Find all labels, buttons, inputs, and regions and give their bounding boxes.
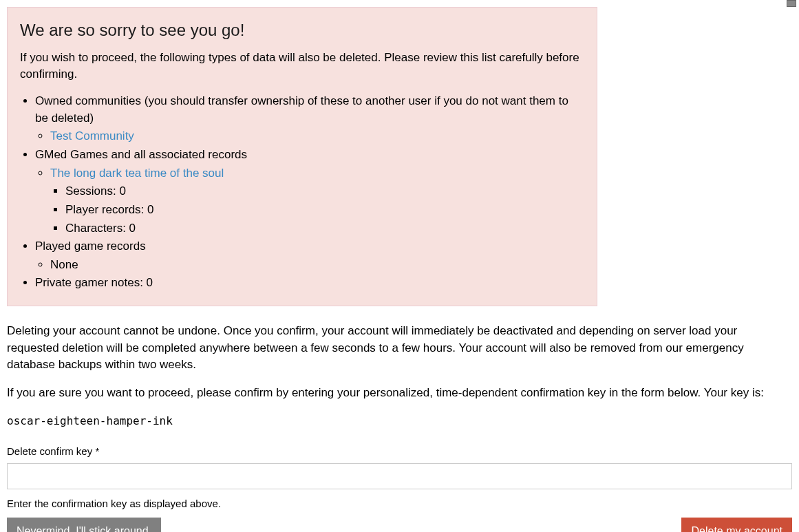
played-games-label: Played game records: [35, 240, 146, 253]
owned-communities-label: Owned communities (you should transfer o…: [35, 94, 568, 125]
deletion-list: Owned communities (you should transfer o…: [20, 93, 584, 292]
action-button-row: Nevermind, I'll stick around. Delete my …: [7, 518, 792, 532]
owned-communities-item: Owned communities (you should transfer o…: [35, 93, 584, 145]
confirm-key-label: Delete confirm key *: [7, 444, 792, 459]
warning-heading: We are so sorry to see you go!: [20, 19, 584, 43]
game-list-item: The long dark tea time of the soul Sessi…: [50, 165, 584, 237]
warning-intro: If you wish to proceed, the following ty…: [20, 50, 584, 83]
played-games-item: Played game records None: [35, 238, 584, 273]
deletion-warning-panel: We are so sorry to see you go! If you wi…: [7, 7, 597, 306]
played-none: None: [50, 257, 584, 274]
player-records-count: Player records: 0: [65, 202, 584, 219]
characters-count: Characters: 0: [65, 220, 584, 237]
gmed-games-item: GMed Games and all associated records Th…: [35, 147, 584, 237]
sessions-count: Sessions: 0: [65, 183, 584, 200]
confirm-key-input[interactable]: [7, 463, 792, 489]
cancel-button[interactable]: Nevermind, I'll stick around.: [7, 518, 161, 532]
gmed-games-label: GMed Games and all associated records: [35, 148, 247, 161]
community-list-item: Test Community: [50, 128, 584, 145]
confirmation-instruction: If you are sure you want to proceed, ple…: [7, 385, 791, 402]
confirm-key-help: Enter the confirmation key as displayed …: [7, 496, 792, 511]
community-link[interactable]: Test Community: [50, 129, 134, 142]
confirmation-key-display: oscar-eighteen-hamper-ink: [7, 413, 792, 429]
private-notes-item: Private gamer notes: 0: [35, 275, 584, 292]
corner-widget-icon: [787, 0, 796, 7]
game-link[interactable]: The long dark tea time of the soul: [50, 167, 224, 180]
deletion-explanation: Deleting your account cannot be undone. …: [7, 323, 791, 374]
delete-account-button[interactable]: Delete my account: [681, 518, 792, 532]
